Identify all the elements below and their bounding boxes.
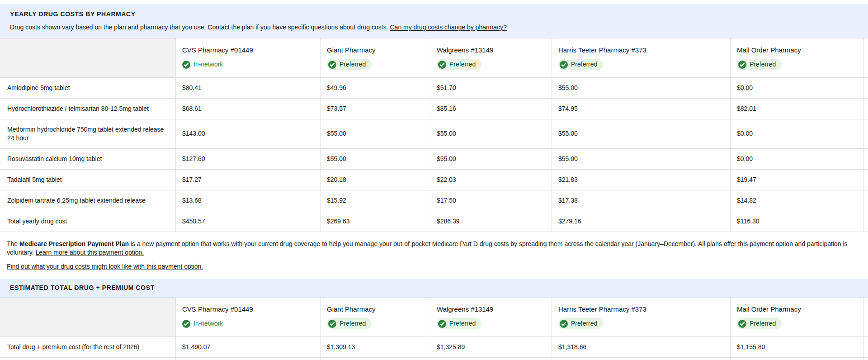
cost-value-cell: $22.03 <box>430 170 552 190</box>
yearly-drug-costs-table: CVS Pharmacy #01449In-networkGiant Pharm… <box>0 38 868 232</box>
cost-value-cell: March 2026 <box>175 358 320 360</box>
cost-value-cell: $80.41 <box>175 78 320 98</box>
cost-value-cell: $51.70 <box>430 78 552 98</box>
table-row: Zolpidem tartrate 6.25mg tablet extended… <box>0 190 868 211</box>
cost-value-cell: $55.00 <box>320 119 430 148</box>
cost-value-cell: $1,155.80 <box>730 337 863 357</box>
pharmacy-column-header: Mail Order PharmacyPreferred <box>730 298 863 336</box>
table-edge-sliver <box>863 78 868 98</box>
table-row: Metformin hydrochloride 750mg tablet ext… <box>0 119 868 149</box>
table-row: Total yearly drug cost$450.57$269.63$286… <box>0 211 868 232</box>
table-edge-sliver <box>863 38 868 77</box>
network-status-label: Preferred <box>449 60 476 69</box>
network-status-label: Preferred <box>571 319 597 328</box>
table-edge-sliver <box>863 190 868 211</box>
check-circle-icon <box>560 320 568 328</box>
row-label-cell: Rosuvastatin calcium 10mg tablet <box>0 149 175 169</box>
cost-value-cell: April 2026 <box>430 358 552 360</box>
row-label-cell: Total drug + premium cost (for the rest … <box>0 337 175 357</box>
learn-more-link[interactable]: Learn more about this payment option. <box>36 249 144 256</box>
network-status-badge: Preferred <box>327 318 372 329</box>
pharmacy-name: CVS Pharmacy #01449 <box>182 46 314 54</box>
table-edge-sliver <box>863 211 868 232</box>
cost-value-cell: $116.30 <box>730 211 863 232</box>
network-status-badge: Preferred <box>437 318 481 329</box>
pharmacy-name: Walgreens #13149 <box>437 46 545 54</box>
cost-value-cell: $13.68 <box>175 190 320 211</box>
payment-plan-note: The Medicare Prescription Payment Plan i… <box>0 232 868 271</box>
network-status-label: Preferred <box>750 60 776 69</box>
note-text: The <box>7 240 19 247</box>
network-status-badge: Preferred <box>437 59 481 70</box>
cost-value-cell: $49.96 <box>320 78 430 98</box>
section-title: YEARLY DRUG COSTS BY PHARMACY <box>10 10 858 18</box>
find-out-costs-link[interactable]: Find out what your drug costs might look… <box>7 263 203 270</box>
cost-value-cell: $73.57 <box>320 99 430 119</box>
corner-header-cell <box>0 38 175 77</box>
pharmacy-column-header: Giant PharmacyPreferred <box>320 298 430 336</box>
network-status-badge: Preferred <box>737 318 782 329</box>
payment-plan-paragraph: The Medicare Prescription Payment Plan i… <box>7 240 858 257</box>
check-circle-icon <box>438 61 446 69</box>
check-circle-icon <box>182 61 190 69</box>
pharmacy-column-header: Mail Order PharmacyPreferred <box>730 38 863 77</box>
check-circle-icon <box>438 320 446 328</box>
check-circle-icon <box>738 61 746 69</box>
cost-value-cell: $55.00 <box>430 119 552 148</box>
pharmacy-name: Giant Pharmacy <box>327 305 424 313</box>
table-edge-sliver <box>863 358 868 360</box>
cost-value-cell: $1,318.66 <box>552 337 730 357</box>
cost-value-cell: $55.00 <box>430 149 552 169</box>
network-status-label: In-network <box>193 60 223 69</box>
network-status-label: In-network <box>193 319 223 328</box>
table-row: Amlodipine 5mg tablet$80.41$49.96$51.70$… <box>0 78 868 99</box>
row-label-cell: Hydrochlorothiazide / telmisartan 80-12.… <box>0 99 175 119</box>
cost-value-cell: $15.92 <box>320 190 430 211</box>
row-label-cell: When you'll meet your deductible <box>0 358 175 360</box>
section-header-yearly-drug-costs: YEARLY DRUG COSTS BY PHARMACY Drug costs… <box>0 4 868 38</box>
cost-value-cell: $17.27 <box>175 170 320 190</box>
network-status-label: Preferred <box>750 319 776 328</box>
cost-value-cell: $286.39 <box>430 211 552 232</box>
cost-value-cell: $74.95 <box>552 99 730 119</box>
cost-value-cell: $127.60 <box>175 149 320 169</box>
table-row: Total drug + premium cost (for the rest … <box>0 337 868 358</box>
pharmacy-column-header: CVS Pharmacy #01449In-network <box>175 38 320 77</box>
drug-costs-change-link[interactable]: Can my drug costs change by pharmacy? <box>390 24 507 31</box>
note-bold-text: Medicare Prescription Payment Plan <box>19 240 129 247</box>
network-status-label: Preferred <box>449 319 476 328</box>
cost-value-cell: $19.47 <box>730 170 863 190</box>
section-spacer <box>0 271 868 279</box>
pharmacy-name: CVS Pharmacy #01449 <box>182 305 314 313</box>
cost-value-cell: $68.61 <box>175 99 320 119</box>
pharmacy-column-header: Harris Teeter Pharmacy #373Preferred <box>552 298 730 336</box>
table-header-row: CVS Pharmacy #01449In-networkGiant Pharm… <box>0 298 868 337</box>
check-circle-icon <box>328 61 336 69</box>
pharmacy-column-header: CVS Pharmacy #01449In-network <box>175 298 320 336</box>
pharmacy-column-header: Walgreens #13149Preferred <box>430 38 552 77</box>
cost-value-cell: $85.16 <box>430 99 552 119</box>
pharmacy-column-header: Giant PharmacyPreferred <box>320 38 430 77</box>
cost-value-cell: $55.00 <box>552 119 730 148</box>
check-circle-icon <box>328 320 336 328</box>
row-label-cell: Metformin hydrochloride 750mg tablet ext… <box>0 119 175 148</box>
pharmacy-name: Giant Pharmacy <box>327 46 424 54</box>
network-status-badge: Preferred <box>737 59 782 70</box>
cost-value-cell: February 2026 <box>730 358 863 360</box>
cost-value-cell: $55.00 <box>552 78 730 98</box>
table-edge-sliver <box>863 170 868 190</box>
cost-value-cell: $17.50 <box>430 190 552 211</box>
row-label-cell: Total yearly drug cost <box>0 211 175 232</box>
cost-value-cell: May 2026 <box>320 358 430 360</box>
pharmacy-column-header: Walgreens #13149Preferred <box>430 298 552 336</box>
table-row: When you'll meet your deductibleMarch 20… <box>0 358 868 360</box>
cost-value-cell: $0.00 <box>730 149 863 169</box>
cost-value-cell: April 2026 <box>552 358 730 360</box>
cost-value-cell: $1,309.13 <box>320 337 430 357</box>
cost-value-cell: $14.82 <box>730 190 863 211</box>
network-status-badge: Preferred <box>327 59 372 70</box>
network-status-label: Preferred <box>571 60 597 69</box>
cost-value-cell: $55.00 <box>320 149 430 169</box>
section-description: Drug costs shown vary based on the plan … <box>10 24 858 31</box>
cost-value-cell: $0.00 <box>730 119 863 148</box>
